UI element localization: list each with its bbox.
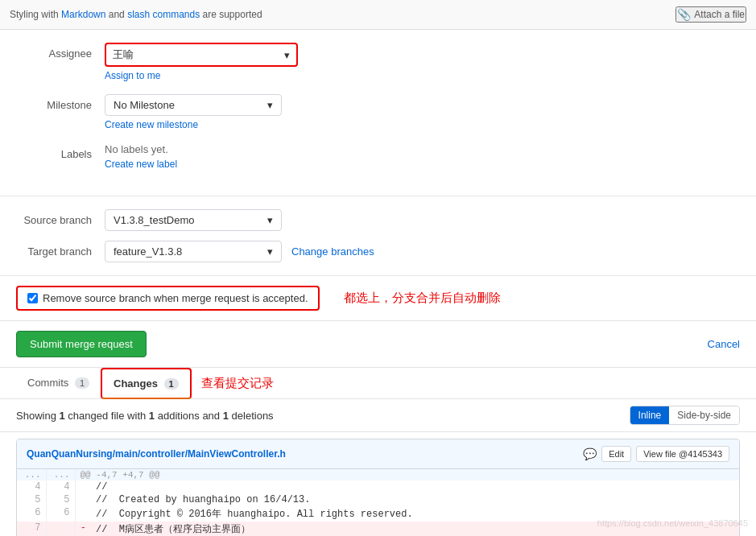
create-label-link[interactable]: Create new label <box>105 159 740 170</box>
tab-commits[interactable]: Commits 1 <box>16 369 101 398</box>
labels-control: No labels yet. Create new label <box>105 143 740 170</box>
side-by-side-view-button[interactable]: Side-by-side <box>669 406 739 424</box>
diff-old-num: ... <box>17 469 46 480</box>
diff-marker <box>75 506 91 522</box>
edit-file-button[interactable]: Edit <box>601 446 631 462</box>
target-branch-row: Target branch feature_V1.3.8 ▾ Change br… <box>16 241 740 262</box>
stats-text: Showing 1 changed file with 1 additions … <box>16 410 274 422</box>
tab-annotation: 查看提交记录 <box>201 369 274 398</box>
view-file-button[interactable]: View file @4145343 <box>636 446 729 462</box>
assignee-arrow: ▾ <box>284 49 290 61</box>
diff-code: // M病区患者（程序启动主界面） <box>91 522 739 536</box>
milestone-label: Milestone <box>16 94 105 111</box>
assign-to-me-link[interactable]: Assign to me <box>105 70 740 81</box>
diff-new-num: 5 <box>46 493 75 506</box>
diff-table: ......@@ -4,7 +4,7 @@44//55// Created by… <box>17 469 739 536</box>
create-milestone-link[interactable]: Create new milestone <box>105 119 740 130</box>
assignee-row: Assignee 王喻 ▾ Assign to me 指定代码评审人 <box>16 43 740 81</box>
milestone-arrow: ▾ <box>267 99 273 111</box>
diff-new-num: 6 <box>46 506 75 522</box>
diff-code: // <box>91 480 739 493</box>
diff-code: @@ -4,7 +4,7 @@ <box>75 469 739 480</box>
source-branch-label: Source branch <box>16 209 105 226</box>
source-branch-control: V1.3.8_testDemo ▾ <box>105 209 740 231</box>
milestone-row: Milestone No Milestone ▾ Create new mile… <box>16 94 740 130</box>
submit-merge-request-button[interactable]: Submit merge request <box>16 331 147 357</box>
source-branch-value: V1.3.8_testDemo <box>114 214 194 226</box>
diff-marker <box>75 493 91 506</box>
diff-code: // Copyright © 2016年 huanghaipo. All rig… <box>91 506 739 522</box>
form-section: Assignee 王喻 ▾ Assign to me 指定代码评审人 Miles… <box>0 30 756 196</box>
inline-view-button[interactable]: Inline <box>630 406 670 424</box>
diff-old-num: 4 <box>17 480 46 493</box>
diff-new-num <box>46 522 75 536</box>
assignee-label: Assignee <box>16 43 105 60</box>
file-diff: QuanQuanNursing/main/controller/MainView… <box>16 439 740 536</box>
view-toggle: Inline Side-by-side <box>630 406 740 425</box>
changes-badge: 1 <box>164 378 179 390</box>
remove-source-branch-label: Remove source branch when merge request … <box>43 292 308 304</box>
assignee-value: 王喻 <box>113 47 134 62</box>
tabs-bar: Commits 1 Changes 1 查看提交记录 <box>0 368 756 399</box>
deletions-count: 1 <box>223 410 229 422</box>
labels-label: Labels <box>16 143 105 160</box>
commits-badge: 1 <box>75 377 89 389</box>
diff-marker: - <box>75 522 91 536</box>
source-branch-row: Source branch V1.3.8_testDemo ▾ <box>16 209 740 231</box>
labels-row: Labels No labels yet. Create new label <box>16 143 740 170</box>
additions-count: 1 <box>149 410 155 422</box>
diff-old-num: 5 <box>17 493 46 506</box>
target-branch-arrow: ▾ <box>267 245 273 258</box>
milestone-select[interactable]: No Milestone ▾ <box>105 94 282 116</box>
source-branch-arrow: ▾ <box>267 214 273 226</box>
diff-new-num: 4 <box>46 480 75 493</box>
diff-code: // Created by huanghaipo on 16/4/13. <box>91 493 739 506</box>
remove-source-branch-checkbox[interactable] <box>27 293 38 303</box>
milestone-control: No Milestone ▾ Create new milestone <box>105 94 740 130</box>
action-bar: Submit merge request Cancel <box>0 321 756 368</box>
file-header: QuanQuanNursing/main/controller/MainView… <box>17 439 739 469</box>
branch-section: Source branch V1.3.8_testDemo ▾ Target b… <box>0 196 756 276</box>
styling-bar: Styling with Markdown and slash commands… <box>0 0 756 30</box>
merge-annotation: 都选上，分支合并后自动删除 <box>344 291 501 306</box>
cancel-button[interactable]: Cancel <box>708 338 740 350</box>
diff-new-num: ... <box>46 469 75 480</box>
stats-bar: Showing 1 changed file with 1 additions … <box>0 399 756 432</box>
target-branch-value: feature_V1.3.8 <box>114 245 182 258</box>
paperclip-icon: 📎 <box>677 8 691 21</box>
merge-checkbox-row: Remove source branch when merge request … <box>16 286 740 311</box>
target-branch-select[interactable]: feature_V1.3.8 ▾ <box>105 241 282 262</box>
assignee-select[interactable]: 王喻 ▾ <box>105 43 298 67</box>
diff-marker <box>75 480 91 493</box>
file-path: QuanQuanNursing/main/controller/MainView… <box>27 448 286 460</box>
target-branch-label: Target branch <box>16 241 105 258</box>
tab-changes[interactable]: Changes 1 <box>101 368 192 399</box>
labels-value: No labels yet. <box>105 143 168 155</box>
milestone-value: No Milestone <box>114 99 175 111</box>
comment-icon: 💬 <box>583 447 597 460</box>
change-branches-link[interactable]: Change branches <box>291 245 374 258</box>
target-branch-control: feature_V1.3.8 ▾ Change branches <box>105 241 740 262</box>
changed-count: 1 <box>60 410 65 422</box>
diff-old-num: 6 <box>17 506 46 522</box>
markdown-link[interactable]: Markdown <box>61 9 105 20</box>
source-branch-select[interactable]: V1.3.8_testDemo ▾ <box>105 209 282 231</box>
merge-options-section: Remove source branch when merge request … <box>0 276 756 321</box>
diff-old-num: 7 <box>17 522 46 536</box>
remove-source-branch-option[interactable]: Remove source branch when merge request … <box>16 286 320 311</box>
attach-file-button[interactable]: 📎 Attach a file <box>675 6 746 23</box>
assignee-control: 王喻 ▾ Assign to me <box>105 43 740 81</box>
file-actions: 💬 Edit View file @4145343 <box>583 446 729 462</box>
slash-commands-link[interactable]: slash commands <box>127 9 200 20</box>
styling-text: Styling with Markdown and slash commands… <box>10 9 262 20</box>
